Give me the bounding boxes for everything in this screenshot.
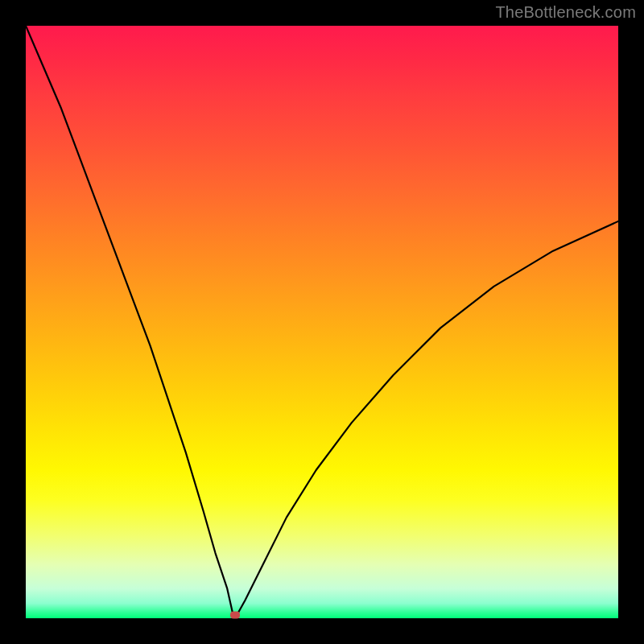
optimal-point-marker: [230, 612, 240, 619]
curve-svg: [26, 26, 618, 618]
bottleneck-curve: [26, 26, 618, 617]
plot-area: [26, 26, 618, 618]
watermark-text: TheBottleneck.com: [495, 3, 636, 22]
chart-frame: TheBottleneck.com: [0, 0, 644, 644]
